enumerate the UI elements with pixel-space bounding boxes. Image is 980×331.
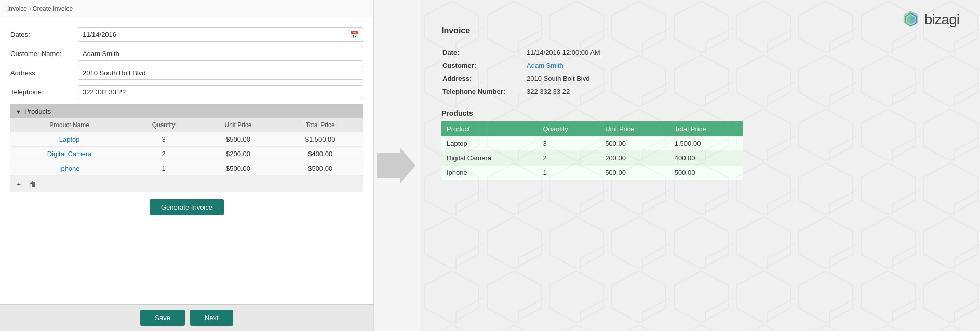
product-qty-cell: 1 xyxy=(128,161,198,176)
customer-name-row: Customer Name: xyxy=(10,47,363,61)
invoice-date-row: Date: 11/14/2016 12:00:00 AM xyxy=(442,47,742,59)
telephone-input[interactable] xyxy=(78,85,363,99)
products-table-footer: + 🗑 xyxy=(10,176,363,192)
invoice-telephone-row: Telephone Number: 322 332 33 22 xyxy=(442,86,742,98)
invoice-info-table: Date: 11/14/2016 12:00:00 AM Customer: A… xyxy=(441,46,743,99)
col-unit-price: Unit Price xyxy=(199,118,278,132)
svg-marker-7 xyxy=(911,11,918,26)
inv-total-price-cell: 500.00 xyxy=(669,166,743,180)
inv-col-total-price: Total Price xyxy=(669,121,743,136)
arrow-area xyxy=(374,0,421,331)
address-row: Address: xyxy=(10,66,363,80)
product-unit-price-cell: $500.00 xyxy=(199,132,278,147)
add-product-button[interactable]: + xyxy=(15,179,23,189)
inv-qty-cell: 2 xyxy=(538,151,600,166)
inv-product-cell: Digital Camera xyxy=(441,151,538,166)
generate-invoice-button[interactable]: Generate Invoice xyxy=(150,199,224,215)
table-row: Digital Camera 2 $200.00 $400.00 xyxy=(10,147,363,161)
product-name-cell: Laptop xyxy=(10,132,128,147)
svg-marker-0 xyxy=(377,147,415,184)
arrow-icon xyxy=(377,145,418,186)
product-unit-price-cell: $500.00 xyxy=(199,161,278,176)
customer-name-input[interactable] xyxy=(78,47,363,61)
products-chevron-icon: ▼ xyxy=(16,108,21,115)
product-qty-cell: 3 xyxy=(128,132,198,147)
inv-unit-price-cell: 500.00 xyxy=(600,166,669,180)
bizagi-logo-icon xyxy=(902,10,920,29)
address-label: Address: xyxy=(10,69,78,77)
invoice-telephone-label: Telephone Number: xyxy=(442,86,526,98)
right-panel: bizagi Invoice Date: 11/14/2016 12:00:00… xyxy=(421,0,980,331)
address-input-wrap xyxy=(78,66,363,80)
invoice-customer-label: Customer: xyxy=(442,60,526,72)
product-total-price-cell: $500.00 xyxy=(277,161,363,176)
invoice-preview-title: Invoice xyxy=(441,26,743,35)
inv-col-unit-price: Unit Price xyxy=(600,121,669,136)
telephone-input-wrap xyxy=(78,85,363,99)
address-input[interactable] xyxy=(78,66,363,80)
telephone-label: Telephone: xyxy=(10,88,78,96)
product-unit-price-cell: $200.00 xyxy=(199,147,278,161)
inv-col-quantity: Quantity xyxy=(538,121,600,136)
breadcrumb-invoice-link[interactable]: Invoice xyxy=(7,5,27,12)
inv-total-price-cell: 1,500.00 xyxy=(669,136,743,151)
customer-name-label: Customer Name: xyxy=(10,50,78,58)
col-total-price: Total Price xyxy=(277,118,363,132)
form-area: Dates: 📅 Customer Name: Address: Telepho… xyxy=(0,18,373,311)
breadcrumb-current: Create Invoice xyxy=(33,5,73,12)
invoice-date-label: Date: xyxy=(442,47,526,59)
inv-unit-price-cell: 200.00 xyxy=(600,151,669,166)
products-header[interactable]: ▼ Products xyxy=(10,104,363,118)
invoice-products-title: Products xyxy=(441,109,743,117)
invoice-preview: Invoice Date: 11/14/2016 12:00:00 AM Cus… xyxy=(441,26,743,180)
invoice-telephone-value: 322 332 33 22 xyxy=(527,86,742,98)
product-total-price-cell: $400.00 xyxy=(277,147,363,161)
customer-name-input-wrap xyxy=(78,47,363,61)
inv-qty-cell: 1 xyxy=(538,166,600,180)
invoice-address-value: 2010 South Bolt Blvd xyxy=(527,73,742,85)
invoice-address-row: Address: 2010 South Bolt Blvd xyxy=(442,73,742,85)
col-product-name: Product Name xyxy=(10,118,128,132)
table-row: Laptop 3 $500.00 $1,500.00 xyxy=(10,132,363,147)
invoice-products-table: Product Quantity Unit Price Total Price … xyxy=(441,121,743,180)
bizagi-logo: bizagi xyxy=(902,10,959,29)
invoice-customer-value: Adam Smith xyxy=(527,60,742,72)
dates-row: Dates: 📅 xyxy=(10,27,363,42)
inv-col-product: Product xyxy=(441,121,538,136)
products-section: ▼ Products Product Name Quantity Unit Pr… xyxy=(10,104,363,192)
inv-product-cell: Iphone xyxy=(441,166,538,180)
svg-marker-8 xyxy=(904,11,911,26)
telephone-row: Telephone: xyxy=(10,85,363,99)
invoice-address-label: Address: xyxy=(442,73,526,85)
inv-product-cell: Laptop xyxy=(441,136,538,151)
col-quantity: Quantity xyxy=(128,118,198,132)
left-panel: Invoice › Create Invoice Dates: 📅 Custom… xyxy=(0,0,374,331)
dates-label: Dates: xyxy=(10,31,78,38)
breadcrumb: Invoice › Create Invoice xyxy=(0,0,373,18)
save-button[interactable]: Save xyxy=(140,310,185,326)
next-button[interactable]: Next xyxy=(190,310,233,326)
breadcrumb-separator: › xyxy=(29,5,31,12)
products-table: Product Name Quantity Unit Price Total P… xyxy=(10,118,363,176)
product-name-cell: Iphone xyxy=(10,161,128,176)
table-row: Iphone 1 $500.00 $500.00 xyxy=(10,161,363,176)
product-total-price-cell: $1,500.00 xyxy=(277,132,363,147)
bizagi-logo-text: bizagi xyxy=(924,11,959,28)
inv-total-price-cell: 400.00 xyxy=(669,151,743,166)
list-item: Digital Camera 2 200.00 400.00 xyxy=(441,151,743,166)
bottom-toolbar: Save Next xyxy=(0,304,373,331)
product-qty-cell: 2 xyxy=(128,147,198,161)
products-section-label: Products xyxy=(24,107,51,115)
generate-area: Generate Invoice xyxy=(10,199,363,215)
list-item: Iphone 1 500.00 500.00 xyxy=(441,166,743,180)
list-item: Laptop 3 500.00 1,500.00 xyxy=(441,136,743,151)
delete-product-button[interactable]: 🗑 xyxy=(27,179,38,189)
product-name-cell: Digital Camera xyxy=(10,147,128,161)
dates-input-wrap: 📅 xyxy=(78,27,363,42)
inv-unit-price-cell: 500.00 xyxy=(600,136,669,151)
invoice-customer-row: Customer: Adam Smith xyxy=(442,60,742,72)
invoice-date-value: 11/14/2016 12:00:00 AM xyxy=(527,47,742,59)
dates-input[interactable] xyxy=(78,27,363,42)
inv-qty-cell: 3 xyxy=(538,136,600,151)
